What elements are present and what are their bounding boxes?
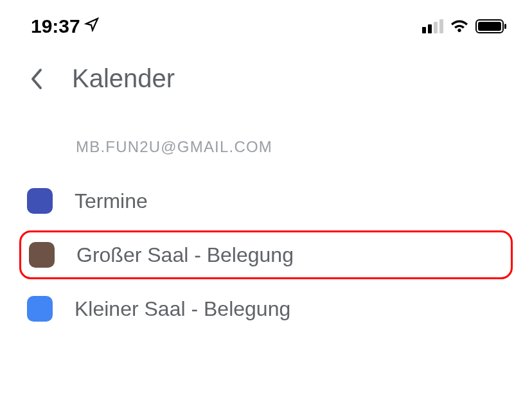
color-swatch bbox=[27, 188, 53, 214]
wifi-icon bbox=[450, 19, 469, 33]
status-bar-left: 19:37 bbox=[31, 15, 100, 37]
page-header: Kalender bbox=[0, 45, 532, 106]
account-email: MB.FUN2U@GMAIL.COM bbox=[0, 106, 532, 175]
color-swatch bbox=[27, 296, 53, 322]
status-time: 19:37 bbox=[31, 15, 80, 37]
svg-rect-2 bbox=[504, 24, 506, 29]
back-button[interactable] bbox=[27, 68, 46, 90]
calendar-label: Termine bbox=[75, 189, 148, 213]
svg-rect-1 bbox=[478, 22, 501, 31]
location-icon bbox=[84, 17, 100, 37]
calendar-list: Termine Großer Saal - Belegung Kleiner S… bbox=[0, 175, 532, 334]
calendar-item-grosser-saal[interactable]: Großer Saal - Belegung bbox=[19, 230, 513, 279]
calendar-item-termine[interactable]: Termine bbox=[0, 175, 532, 227]
cellular-signal-icon bbox=[422, 19, 443, 33]
status-bar: 19:37 bbox=[0, 0, 532, 45]
calendar-item-kleiner-saal[interactable]: Kleiner Saal - Belegung bbox=[0, 283, 532, 334]
battery-icon bbox=[475, 19, 508, 34]
color-swatch bbox=[29, 242, 55, 268]
calendar-label: Großer Saal - Belegung bbox=[76, 243, 294, 267]
calendar-label: Kleiner Saal - Belegung bbox=[75, 297, 290, 321]
status-bar-right bbox=[422, 19, 508, 34]
page-title: Kalender bbox=[72, 64, 175, 93]
